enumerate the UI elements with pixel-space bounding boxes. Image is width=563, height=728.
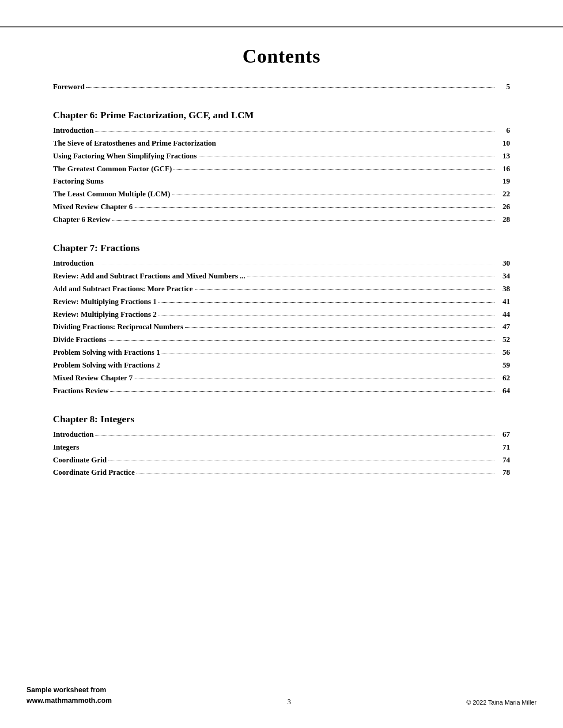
toc-dots-ch0-7 <box>112 213 495 221</box>
toc-page-ch0-1: 10 <box>497 137 510 150</box>
toc-page-ch0-3: 16 <box>497 163 510 176</box>
toc-title-ch1-7: Problem Solving with Fractions 1 <box>53 346 160 359</box>
toc-entry-ch2-0: Introduction67 <box>53 428 510 441</box>
toc-page-ch0-7: 28 <box>497 214 510 226</box>
toc-dots-ch0-5 <box>172 188 495 195</box>
toc-dots-ch2-2 <box>108 454 495 461</box>
toc-page-ch0-5: 22 <box>497 188 510 201</box>
toc-title-ch0-0: Introduction <box>53 124 94 137</box>
page-title: Contents <box>53 45 510 68</box>
toc-entry-ch1-10: Fractions Review64 <box>53 385 510 398</box>
toc-title-ch0-4: Factoring Sums <box>53 175 104 188</box>
chapter-heading-0: Chapter 6: Prime Factorization, GCF, and… <box>53 109 510 121</box>
toc-dots-ch2-0 <box>95 428 495 435</box>
toc-dots-ch1-9 <box>135 372 495 379</box>
toc-title-ch1-2: Add and Subtract Fractions: More Practic… <box>53 283 193 296</box>
toc-dots-ch2-1 <box>81 441 495 448</box>
toc-page-ch0-4: 19 <box>497 175 510 188</box>
toc-entry-ch0-6: Mixed Review Chapter 626 <box>53 201 510 214</box>
toc-title-ch1-8: Problem Solving with Fractions 2 <box>53 359 160 372</box>
toc-page-ch1-6: 52 <box>497 334 510 346</box>
toc-title-ch1-3: Review: Multiplying Fractions 1 <box>53 296 157 308</box>
chapters-container: Chapter 6: Prime Factorization, GCF, and… <box>53 109 510 479</box>
toc-page-ch1-5: 47 <box>497 321 510 334</box>
toc-title-ch0-6: Mixed Review Chapter 6 <box>53 201 133 214</box>
footer-right-copyright: © 2022 Taina Maria Miller <box>466 699 537 706</box>
toc-page-ch2-0: 67 <box>497 428 510 441</box>
toc-page-ch1-0: 30 <box>497 257 510 270</box>
toc-title-ch0-1: The Sieve of Eratosthenes and Prime Fact… <box>53 137 216 150</box>
chapter-section-2: Chapter 8: IntegersIntroduction67Integer… <box>53 413 510 480</box>
toc-page-ch1-9: 62 <box>497 372 510 385</box>
toc-title-ch1-10: Fractions Review <box>53 385 109 398</box>
toc-entry-ch1-5: Dividing Fractions: Reciprocal Numbers47 <box>53 321 510 334</box>
toc-title-ch1-9: Mixed Review Chapter 7 <box>53 372 133 385</box>
toc-dots-ch0-1 <box>218 137 495 144</box>
toc-title-ch1-0: Introduction <box>53 257 94 270</box>
foreword-section: Foreword 5 <box>53 81 510 94</box>
toc-entry-ch2-2: Coordinate Grid74 <box>53 454 510 467</box>
footer-left: Sample worksheet from www.mathmammoth.co… <box>26 685 112 706</box>
toc-title-ch1-6: Divide Fractions <box>53 334 106 346</box>
toc-entry-ch1-3: Review: Multiplying Fractions 141 <box>53 296 510 308</box>
toc-page-ch1-3: 41 <box>497 296 510 308</box>
toc-entry-ch0-2: Using Factoring When Simplifying Fractio… <box>53 150 510 163</box>
toc-entry-ch0-1: The Sieve of Eratosthenes and Prime Fact… <box>53 137 510 150</box>
toc-title-ch0-2: Using Factoring When Simplifying Fractio… <box>53 150 197 163</box>
toc-dots-ch1-8 <box>162 359 495 366</box>
toc-dots-ch0-6 <box>135 200 495 208</box>
toc-title-ch0-3: The Greatest Common Factor (GCF) <box>53 163 172 176</box>
toc-title-ch2-1: Integers <box>53 441 79 454</box>
foreword-page: 5 <box>497 81 510 94</box>
toc-entry-ch0-3: The Greatest Common Factor (GCF)16 <box>53 163 510 176</box>
toc-dots-ch1-3 <box>159 295 495 303</box>
chapter-section-1: Chapter 7: FractionsIntroduction30Review… <box>53 242 510 398</box>
toc-title-ch2-3: Coordinate Grid Practice <box>53 466 135 479</box>
chapter-section-0: Chapter 6: Prime Factorization, GCF, and… <box>53 109 510 226</box>
toc-title-ch2-0: Introduction <box>53 428 94 441</box>
toc-entry-ch2-3: Coordinate Grid Practice78 <box>53 466 510 479</box>
toc-entry-ch1-6: Divide Fractions52 <box>53 334 510 346</box>
toc-page-ch0-2: 13 <box>497 150 510 163</box>
toc-entry-ch2-1: Integers71 <box>53 441 510 454</box>
chapter-heading-1: Chapter 7: Fractions <box>53 242 510 254</box>
toc-entry-ch0-5: The Least Common Multiple (LCM)22 <box>53 188 510 201</box>
toc-page-ch2-3: 78 <box>497 466 510 479</box>
toc-entry-ch1-0: Introduction30 <box>53 257 510 270</box>
toc-entry-ch0-4: Factoring Sums19 <box>53 175 510 188</box>
footer-left-line2: www.mathmammoth.com <box>26 695 112 706</box>
chapter-heading-2: Chapter 8: Integers <box>53 413 510 425</box>
toc-entry-ch0-7: Chapter 6 Review28 <box>53 214 510 226</box>
toc-page-ch1-2: 38 <box>497 283 510 296</box>
toc-dots-ch1-1 <box>247 270 495 277</box>
toc-dots-ch2-3 <box>136 466 495 473</box>
toc-title-ch1-4: Review: Multiplying Fractions 2 <box>53 308 157 321</box>
toc-dots-ch0-0 <box>95 124 495 131</box>
toc-page-ch2-2: 74 <box>497 454 510 467</box>
toc-dots-ch1-6 <box>108 333 495 341</box>
toc-dots-ch0-3 <box>174 162 495 170</box>
foreword-label: Foreword <box>53 81 84 94</box>
toc-page-ch1-8: 59 <box>497 359 510 372</box>
toc-page-ch1-7: 56 <box>497 346 510 359</box>
top-divider <box>0 26 563 27</box>
footer-left-line1: Sample worksheet from <box>26 685 112 695</box>
toc-page-ch1-1: 34 <box>497 270 510 283</box>
toc-page-ch0-6: 26 <box>497 201 510 214</box>
toc-dots-ch1-10 <box>110 384 495 392</box>
toc-title-ch1-1: Review: Add and Subtract Fractions and M… <box>53 270 246 283</box>
toc-dots-ch0-4 <box>106 175 495 182</box>
toc-entry-ch1-2: Add and Subtract Fractions: More Practic… <box>53 283 510 296</box>
foreword-dots <box>86 80 495 88</box>
toc-entry-ch1-8: Problem Solving with Fractions 259 <box>53 359 510 372</box>
toc-dots-ch0-2 <box>199 150 495 157</box>
footer: Sample worksheet from www.mathmammoth.co… <box>0 685 563 706</box>
toc-title-ch0-7: Chapter 6 Review <box>53 214 110 226</box>
toc-title-ch0-5: The Least Common Multiple (LCM) <box>53 188 170 201</box>
toc-page-ch2-1: 71 <box>497 441 510 454</box>
toc-dots-ch1-4 <box>159 308 495 315</box>
page: Contents Foreword 5 Chapter 6: Prime Fac… <box>0 0 563 728</box>
toc-entry-ch0-0: Introduction6 <box>53 124 510 137</box>
toc-title-ch1-5: Dividing Fractions: Reciprocal Numbers <box>53 321 183 334</box>
toc-entry-ch1-1: Review: Add and Subtract Fractions and M… <box>53 270 510 283</box>
